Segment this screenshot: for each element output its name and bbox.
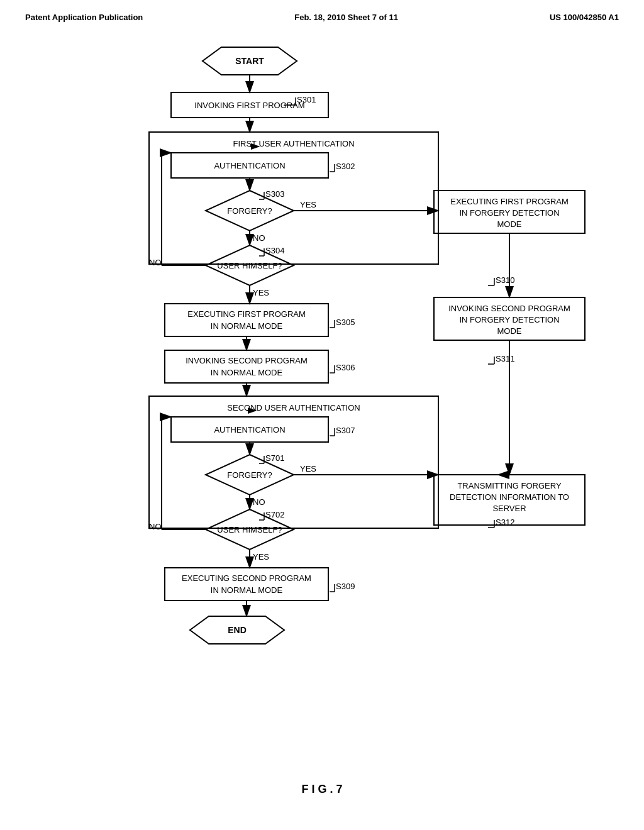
page: Patent Application Publication Feb. 18, … — [0, 0, 644, 830]
transmit-1: TRANSMITTING FORGERY — [457, 481, 561, 490]
start-label: START — [235, 56, 264, 66]
s305-label: S305 — [336, 318, 355, 327]
invoking-second-forgery-3: MODE — [497, 326, 522, 336]
svg-rect-25 — [165, 304, 328, 336]
user-himself2-label: USER HIMSELF? — [217, 525, 282, 534]
end-label: END — [228, 625, 247, 635]
s311-label: S311 — [496, 354, 514, 363]
auth1-label: AUTHENTICATION — [214, 161, 285, 170]
header-publication: Patent Application Publication — [25, 13, 143, 22]
transmit-3: SERVER — [492, 504, 526, 513]
forgery2-label: FORGERY? — [227, 470, 272, 480]
s701-label: S701 — [265, 453, 284, 463]
exec-first-normal-1: EXECUTING FIRST PROGRAM — [187, 309, 306, 319]
invoking-second-forgery-2: IN FORGERY DETECTION — [459, 315, 559, 324]
page-header: Patent Application Publication Feb. 18, … — [25, 13, 619, 22]
no2b-label: NO — [149, 522, 162, 531]
exec-first-forgery-1: EXECUTING FIRST PROGRAM — [450, 197, 569, 206]
auth2-label: AUTHENTICATION — [214, 425, 285, 434]
yes2-label: YES — [300, 464, 316, 473]
invoking-second-normal-1: INVOKING SECOND PROGRAM — [186, 356, 308, 365]
no2-label: NO — [253, 497, 265, 507]
invoking-second-forgery-1: INVOKING SECOND PROGRAM — [448, 304, 570, 313]
s310-label: S310 — [496, 275, 514, 285]
s306-label: S306 — [336, 363, 355, 372]
invoking-first-label: INVOKING FIRST PROGRAM — [194, 101, 304, 110]
no1-label: NO — [253, 233, 265, 243]
header-date: Feb. 18, 2010 Sheet 7 of 11 — [294, 13, 398, 22]
svg-rect-29 — [165, 350, 328, 383]
flowchart-svg: START S301 INVOKING FIRST PROGRAM FIRST … — [39, 35, 605, 777]
s307-label: S307 — [336, 426, 355, 435]
user-himself1-label: USER HIMSELF? — [217, 261, 282, 270]
figure-label: F I G . 7 — [25, 783, 619, 796]
no1b-label: NO — [149, 258, 162, 267]
transmit-2: DETECTION INFORMATION TO — [450, 492, 569, 502]
exec-first-forgery-3: MODE — [497, 219, 522, 229]
s309-label: S309 — [336, 582, 355, 591]
svg-rect-33 — [149, 396, 438, 528]
forgery1-label: FORGERY? — [227, 206, 272, 216]
exec-first-forgery-2: IN FORGERY DETECTION — [459, 208, 559, 218]
exec-first-normal-2: IN NORMAL MODE — [211, 321, 283, 331]
yes2b-label: YES — [253, 552, 269, 562]
yes1b-label: YES — [253, 288, 269, 297]
exec-second-normal-2: IN NORMAL MODE — [211, 585, 283, 595]
header-patent: US 100/042850 A1 — [550, 13, 619, 22]
diagram-container: START S301 INVOKING FIRST PROGRAM FIRST … — [39, 35, 605, 777]
s302-label: S302 — [336, 162, 355, 171]
svg-rect-51 — [165, 568, 328, 600]
s303-label: S303 — [265, 189, 284, 199]
svg-rect-7 — [149, 132, 438, 264]
yes1-label: YES — [300, 200, 316, 209]
invoking-second-normal-2: IN NORMAL MODE — [211, 368, 283, 377]
exec-second-normal-1: EXECUTING SECOND PROGRAM — [182, 573, 311, 583]
